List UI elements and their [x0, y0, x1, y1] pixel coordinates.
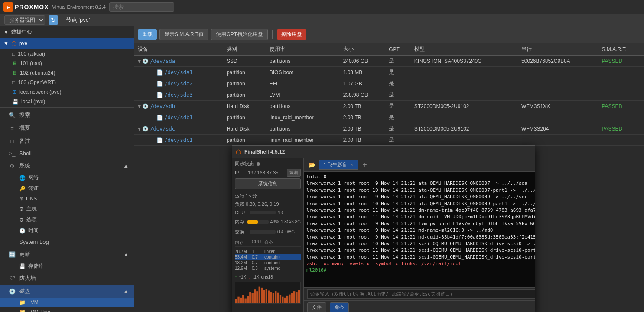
col-size: 大小 [340, 43, 386, 56]
mem-value: 49% [270, 220, 279, 224]
sidebar-item-search[interactable]: 🔍 搜索 [0, 108, 134, 122]
swap-label: 交换 [235, 229, 248, 235]
net-up-value: ↑1K [239, 275, 246, 279]
firewall-icon: 🛡 [9, 275, 16, 282]
network-label: 网络 [28, 174, 39, 181]
sidebar-item-localnetwork[interactable]: ⊞ localnetwork (pve) [0, 87, 134, 97]
cell-size: 240.06 GB [340, 56, 386, 67]
proc-cmd: contain+ [264, 255, 301, 259]
process-row[interactable]: 12.9M0.3systemd [235, 266, 301, 271]
sidebar-item-network[interactable]: 🌐 网络 [0, 172, 134, 183]
proc-cpu: 1 [252, 249, 263, 254]
table-row[interactable]: ▼💿/dev/sdb Hard Disk partitions 2.00 TB … [134, 101, 644, 112]
sidebar-item-syslog[interactable]: ≡ System Log [0, 236, 134, 248]
process-row[interactable]: 53.4M0.7contain+ [235, 254, 301, 260]
sidebar-item-100[interactable]: □ 100 (aikuai) [0, 49, 134, 59]
dns-icon: ⊕ [19, 196, 23, 202]
reload-button[interactable]: 重载 [138, 29, 157, 40]
sidebar-item-system[interactable]: ⚙ 系统 ▲ [0, 159, 134, 172]
mem-detail: 1.8G/3.8G [281, 220, 301, 224]
search-input[interactable] [109, 2, 174, 12]
load-value: 0.30, 0.26, 0.19 [246, 201, 279, 207]
terminal-line: lrwxrwxrwx 1 root root 11 Nov 14 21:21 d… [306, 213, 535, 220]
table-row[interactable]: 📄/dev/sda1 partition BIOS boot 1.03 MB 是 [134, 67, 644, 78]
sidebar-item-summary[interactable]: ≡ 概要 [0, 122, 134, 135]
fs-folder-button[interactable]: 📂 [306, 161, 317, 169]
table-row[interactable]: 📄/dev/sda3 partition LVM 238.98 GB 是 [134, 89, 644, 101]
cell-size: 2.00 TB [340, 135, 386, 146]
process-row[interactable]: 78.7M1linker [235, 249, 301, 254]
sidebar-item-dns[interactable]: ⊕ DNS [0, 194, 134, 204]
cell-serial: WFM3S264 [518, 123, 598, 135]
viewbar: 服务器视图 ↻ 节点 'pve' [0, 14, 644, 26]
net-chart [235, 282, 301, 304]
sidebar-item-update[interactable]: 🔄 更新 ▲ [0, 248, 134, 261]
sidebar-item-lvm[interactable]: 📁 LVM [0, 298, 134, 307]
terminal-line: lrwxrwxrwx 1 root root 10 Nov 14 21:21 a… [306, 200, 535, 207]
cell-size: 2.00 TB [340, 123, 386, 135]
fs-swap-metric: 交换 0% 0/8G [235, 229, 301, 235]
tab-close-icon[interactable]: ✕ [350, 162, 354, 167]
storage-icon: 💾 [12, 99, 19, 105]
cell-usage: LVM [266, 89, 340, 101]
cell-device: ▼💿/dev/sda [134, 56, 223, 67]
sidebar-item-103[interactable]: □ 103 (OpenWRT) [0, 78, 134, 87]
fs-tab-file[interactable]: 文件 [307, 302, 326, 312]
process-row[interactable]: 13.2M0.7contain+ [235, 260, 301, 266]
sidebar-item-certs[interactable]: 🔑 凭证 [0, 183, 134, 194]
sidebar-item-time[interactable]: 🕐 时间 [0, 225, 134, 236]
wipe-button[interactable]: 擦除磁盘 [277, 29, 306, 40]
cell-device: ▼💿/dev/sdb [134, 101, 223, 112]
search-label: 搜索 [19, 111, 30, 119]
sidebar-item-host[interactable]: ⚙ 主机 [0, 204, 134, 214]
sidebar-item-local[interactable]: 💾 local (pve) [0, 97, 134, 106]
copy-ip-button[interactable]: 复制 [287, 169, 301, 177]
cell-device: 📄/dev/sda2 [134, 78, 223, 89]
cell-gpt: 是 [385, 56, 411, 67]
topbar: ▶ PROXMOX Virtual Environment 8.2.4 [0, 0, 644, 14]
sidebar-item-disk[interactable]: 💿 磁盘 ▲ [0, 285, 134, 298]
fs-process-list: 78.7M1linker53.4M0.7contain+13.2M0.7cont… [235, 249, 301, 271]
cell-device: 📄/dev/sda1 [134, 67, 223, 78]
sidebar-item-repos[interactable]: 💾 存储库 [0, 261, 134, 272]
sidebar-item-101[interactable]: 🖥 101 (nas) [0, 59, 134, 68]
table-row[interactable]: 📄/dev/sda2 partition EFI 1.07 GB 是 [134, 78, 644, 89]
cell-serial [518, 112, 598, 123]
sidebar-item-notes[interactable]: □ 备注 [0, 135, 134, 148]
table-row[interactable]: 📄/dev/sdb1 partition linux_raid_member 2… [134, 112, 644, 123]
table-row[interactable]: ▼💿/dev/sda SSD partitions 240.06 GB 是 KI… [134, 56, 644, 67]
proc-cpu: 0.7 [252, 255, 263, 259]
cell-model [411, 135, 518, 146]
fs-tab-cmd[interactable]: 命令 [330, 302, 349, 312]
table-row[interactable]: 📄/dev/sdc1 partition linux_raid_member 2… [134, 135, 644, 146]
sync-label: 同步状态 [235, 161, 254, 167]
sidebar-item-lvm-thin[interactable]: 📁 LVM-Thin [0, 307, 134, 312]
cell-size: 2.00 TB [340, 112, 386, 123]
fs-terminal[interactable]: total 0lrwxrwxrwx 1 root root 9 Nov 14 2… [304, 172, 535, 287]
sidebar-item-102[interactable]: 🖥 102 (ubuntu24) [0, 68, 134, 78]
terminal-line: lrwxrwxrwx 1 root root 9 Nov 14 21:21 at… [306, 194, 535, 200]
cell-smart: PASSED [598, 123, 644, 135]
fs-tab-1[interactable]: 1 飞牛影音 ✕ [319, 160, 358, 170]
table-row[interactable]: ▼💿/dev/sdc Hard Disk partitions 2.00 TB … [134, 123, 644, 135]
fs-add-tab-button[interactable]: + [360, 160, 369, 170]
sidebar-item-shell[interactable]: >_ Shell [0, 148, 134, 159]
fs-net-row: ↑ ↑1K ↓ ↓1K ens18 [235, 275, 301, 279]
run-label: 运行 [235, 193, 244, 198]
cmd-input[interactable] [307, 289, 535, 299]
view-select[interactable]: 服务器视图 [4, 15, 45, 25]
sidebar-item-options[interactable]: ⚙ 选项 [0, 214, 134, 225]
refresh-button[interactable]: ↻ [49, 15, 58, 25]
load-label: 负载 [235, 201, 244, 207]
pve-header[interactable]: ▼ ⬡ pve [0, 38, 134, 49]
fs-input-bar [304, 287, 535, 300]
localnetwork-label: localnetwork (pve) [19, 89, 61, 95]
sysinfo-button[interactable]: 系统信息 [235, 178, 301, 189]
syslog-label: System Log [19, 239, 49, 245]
proc-cpu: 0.3 [252, 266, 263, 271]
sidebar-item-firewall[interactable]: 🛡 防火墙 [0, 272, 134, 285]
smart-button[interactable]: 显示S.M.A.R.T值 [159, 29, 208, 40]
datacenter-header[interactable]: ▼ 数据中心 [0, 26, 134, 38]
cell-serial [518, 135, 598, 146]
gpt-button[interactable]: 使用GPT初始化磁盘 [211, 29, 268, 40]
